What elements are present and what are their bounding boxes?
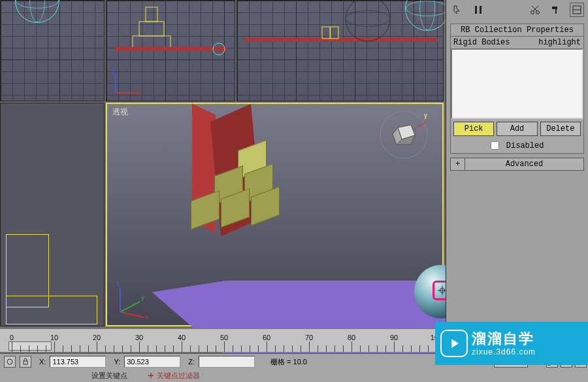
cut-icon[interactable]: [528, 3, 542, 17]
selection-lock-icon[interactable]: [4, 356, 16, 368]
timeline-tick: [267, 341, 267, 352]
add-button[interactable]: Add: [497, 122, 537, 136]
advanced-rollout[interactable]: + Advanced: [450, 158, 584, 171]
svg-point-32: [536, 11, 540, 14]
z-label: Z:: [188, 358, 195, 366]
svg-marker-45: [451, 339, 459, 348]
timeline-tick-label: 50: [220, 334, 228, 341]
watermark-logo-icon: [440, 330, 468, 357]
rollout-title: RB Collection Properties: [451, 24, 583, 37]
svg-line-23: [120, 312, 144, 317]
timeline-tick-label: 20: [93, 334, 101, 341]
watermark-title: 溜溜自学: [472, 330, 536, 347]
timeline-tick: [182, 341, 182, 352]
timeline-tick: [139, 341, 140, 352]
pick-button[interactable]: Pick: [453, 122, 494, 136]
svg-point-12: [346, 1, 390, 41]
timeline-tick-label: 90: [390, 334, 398, 341]
disabled-checkbox[interactable]: [491, 141, 499, 150]
svg-point-13: [346, 10, 390, 26]
svg-text:y: y: [424, 112, 427, 119]
svg-point-39: [7, 359, 12, 364]
viewport-perspective[interactable]: 透视 y: [106, 103, 444, 326]
svg-line-25: [120, 302, 140, 312]
delete-button[interactable]: Delete: [540, 122, 581, 136]
pause-icon[interactable]: [471, 3, 485, 17]
z-coord-input[interactable]: [199, 356, 255, 368]
watermark-url: zixue.3d66.com: [472, 347, 536, 356]
expand-icon[interactable]: +: [451, 158, 465, 170]
timeline[interactable]: 0102030405060708090100: [0, 328, 443, 352]
viewport-bottom-left[interactable]: [0, 103, 105, 326]
timeline-tick: [224, 341, 225, 352]
set-key-label[interactable]: 设置关键点: [91, 371, 127, 381]
timeline-tick-label: 30: [135, 334, 143, 341]
rigid-bodies-list[interactable]: [451, 48, 583, 119]
watermark: 溜溜自学 zixue.3d66.com: [435, 322, 588, 365]
y-label: Y:: [114, 358, 120, 366]
svg-text:z: z: [116, 280, 120, 287]
svg-rect-30: [480, 6, 482, 14]
pin-icon[interactable]: [450, 3, 465, 17]
timeline-tick: [97, 341, 97, 352]
viewcube-icon[interactable]: y: [377, 108, 431, 162]
x-label: X:: [39, 358, 46, 366]
timeline-tick-label: 80: [348, 334, 355, 341]
timeline-tick-label: 0: [10, 334, 14, 341]
x-coord-input[interactable]: 113.753: [50, 356, 106, 368]
svg-rect-29: [475, 6, 477, 14]
viewport-top-right[interactable]: [237, 0, 444, 101]
svg-text:x: x: [137, 89, 140, 96]
highlight-header: highlight: [517, 37, 584, 48]
timeline-tick-label: 10: [50, 334, 58, 341]
disabled-label: Disabled: [506, 141, 544, 150]
svg-line-33: [533, 6, 538, 11]
svg-rect-0: [146, 7, 157, 22]
lock-icon[interactable]: [20, 356, 31, 368]
timeline-tick: [12, 341, 12, 352]
rigid-bodies-header: Rigid Bodies: [451, 37, 517, 48]
svg-rect-35: [552, 7, 557, 9]
svg-rect-36: [555, 9, 557, 14]
svg-line-34: [532, 6, 537, 11]
panel-toolbar: [446, 0, 588, 20]
svg-rect-10: [322, 27, 330, 39]
key-filters-label[interactable]: 关键点过滤器: [157, 372, 200, 379]
timeline-tick-label: 40: [178, 334, 186, 341]
svg-rect-11: [331, 27, 338, 39]
advanced-label: Advanced: [465, 158, 583, 170]
timeline-tick-label: 70: [305, 334, 313, 341]
config-icon[interactable]: [570, 3, 584, 17]
svg-text:y: y: [141, 294, 144, 302]
svg-text:z: z: [112, 68, 115, 75]
grid-label: 栅格 = 10.0: [270, 357, 307, 367]
svg-point-31: [531, 11, 534, 14]
axis-gizmo-icon: x y z: [111, 278, 154, 321]
viewport-top-middle[interactable]: x z: [106, 0, 235, 101]
svg-text:x: x: [145, 313, 148, 321]
timeline-tick-label: 60: [263, 334, 270, 341]
axis-gizmo-icon: x z: [110, 68, 140, 98]
viewport-top-left[interactable]: [0, 0, 105, 101]
hammer-icon[interactable]: [549, 3, 563, 17]
rb-collection-rollout: RB Collection Properties Rigid Bodies hi…: [450, 24, 584, 154]
svg-rect-40: [24, 361, 27, 364]
svg-rect-1: [139, 22, 164, 36]
timeline-tick: [309, 341, 310, 352]
y-coord-input[interactable]: 30.523: [124, 356, 180, 368]
timeline-tick: [351, 341, 352, 352]
timeline-tick: [54, 341, 55, 352]
timeline-tick: [394, 341, 395, 352]
